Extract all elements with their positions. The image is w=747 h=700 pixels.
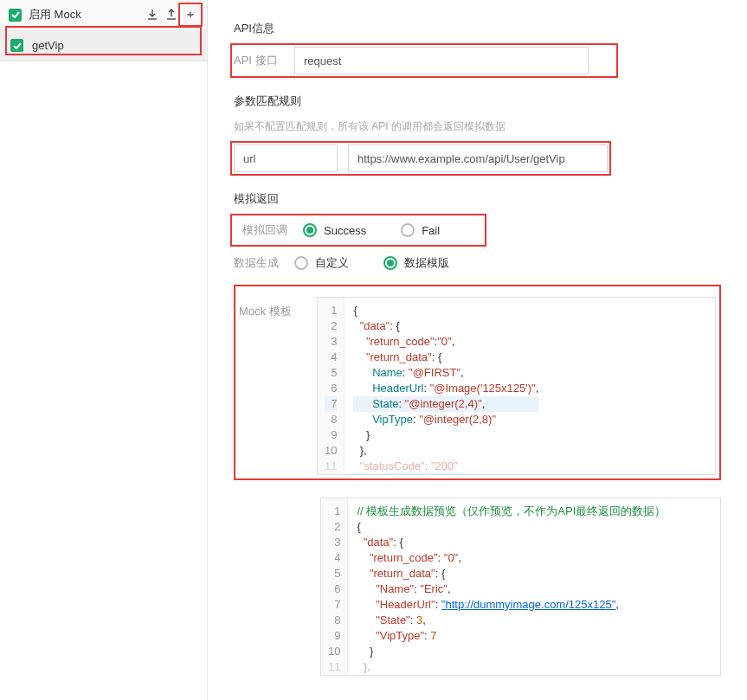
- export-icon[interactable]: [164, 7, 179, 22]
- return-section-title: 模拟返回: [234, 191, 721, 207]
- radio-fail[interactable]: [401, 223, 415, 237]
- preview-code: // 模板生成数据预览（仅作预览，不作为API最终返回的数据）{ "data":…: [348, 498, 674, 675]
- sidebar-header: 启用 Mock: [0, 0, 207, 30]
- callback-label: 模拟回调: [242, 222, 303, 238]
- radio-template[interactable]: [383, 256, 397, 270]
- mock-template-label: Mock 模板: [239, 297, 317, 319]
- params-hint: 如果不配置匹配规则，所有该 API 的调用都会返回模拟数据: [234, 119, 721, 134]
- radio-custom[interactable]: [294, 256, 308, 270]
- param-key-input[interactable]: url: [234, 144, 338, 172]
- radio-success[interactable]: [303, 223, 317, 237]
- enable-mock-checkbox[interactable]: [9, 9, 22, 22]
- api-row: API 接口 request: [234, 47, 615, 74]
- radio-success-label: Success: [324, 224, 366, 237]
- radio-fail-label: Fail: [422, 224, 440, 237]
- mock-code-editor[interactable]: 1234567891011 { "data": { "return_code":…: [317, 297, 716, 475]
- param-row: url https://www.example.com/api/User/get…: [234, 144, 608, 172]
- sidebar: 启用 Mock getVip: [0, 0, 208, 700]
- gen-row: 数据生成 自定义 数据模版: [234, 255, 721, 271]
- preview-code-block: 1234567891011 // 模板生成数据预览（仅作预览，不作为API最终返…: [320, 498, 721, 676]
- gen-label: 数据生成: [234, 255, 294, 271]
- api-section-title: API信息: [234, 21, 721, 36]
- sidebar-item-checkbox[interactable]: [10, 39, 23, 52]
- main-panel: API信息 API 接口 request 参数匹配规则 如果不配置匹配规则，所有…: [208, 0, 747, 700]
- sidebar-item-getvip[interactable]: getVip: [0, 30, 207, 61]
- sidebar-item-label: getVip: [32, 39, 64, 52]
- params-section-title: 参数匹配规则: [234, 93, 721, 109]
- api-label: API 接口: [234, 53, 294, 68]
- api-input[interactable]: request: [294, 47, 589, 74]
- callback-row: 模拟回调 Success Fail: [242, 222, 474, 238]
- import-icon[interactable]: [145, 7, 160, 22]
- radio-template-label: 数据模版: [404, 255, 449, 271]
- mock-code[interactable]: { "data": { "return_code":"0", "return_d…: [345, 298, 547, 474]
- mock-template-block: Mock 模板 1234567891011 { "data": { "retur…: [239, 297, 716, 475]
- enable-mock-label: 启用 Mock: [29, 7, 141, 22]
- radio-custom-label: 自定义: [315, 255, 349, 271]
- param-value-input[interactable]: https://www.example.com/api/User/getVip: [348, 144, 608, 172]
- add-mock-button[interactable]: [183, 7, 198, 22]
